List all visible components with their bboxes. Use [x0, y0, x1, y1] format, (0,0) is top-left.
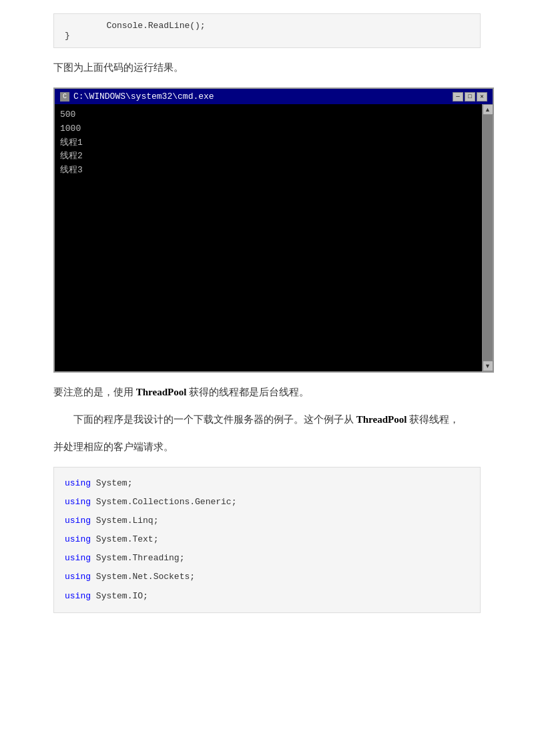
- namespace-1: System;: [96, 478, 133, 488]
- threadpool-highlight-2: ThreadPool: [356, 414, 407, 425]
- close-button[interactable]: ✕: [477, 92, 487, 102]
- bottom-space: [53, 624, 481, 664]
- cmd-output: 500 1000 线程1 线程2 线程3: [55, 104, 482, 371]
- scroll-track: [483, 115, 493, 361]
- namespace-2: System.Collections.Generic;: [96, 497, 237, 507]
- using-line-6: using System.Net.Sockets;: [54, 568, 480, 586]
- namespace-4: System.Text;: [96, 534, 159, 544]
- cmd-line-3: 线程1: [60, 136, 477, 150]
- keyword-4: using: [65, 534, 91, 544]
- cmd-controls: — □ ✕: [453, 92, 487, 102]
- cmd-titlebar: C C:\WINDOWS\system32\cmd.exe — □ ✕: [55, 89, 493, 104]
- scroll-down-button[interactable]: ▼: [483, 361, 493, 371]
- keyword-3: using: [65, 516, 91, 526]
- desc2-prefix: 要注意的是，使用: [53, 387, 136, 397]
- using-line-4: using System.Text;: [54, 530, 480, 549]
- cmd-titlebar-left: C C:\WINDOWS\system32\cmd.exe: [60, 91, 214, 102]
- keyword-1: using: [65, 478, 91, 488]
- minimize-button[interactable]: —: [453, 92, 463, 102]
- using-line-3: using System.Linq;: [54, 512, 480, 530]
- namespace-5: System.Threading;: [96, 553, 185, 563]
- code-line-2: }: [65, 31, 469, 41]
- desc-text-3b: 并处理相应的客户端请求。: [53, 438, 481, 456]
- keyword-6: using: [65, 572, 91, 582]
- cmd-line-1: 500: [60, 108, 477, 122]
- keyword-2: using: [65, 497, 91, 507]
- desc3-middle: 获得线程，: [409, 414, 459, 425]
- page-content: Console.ReadLine(); } 下图为上面代码的运行结果。 C C:…: [0, 13, 534, 664]
- using-code-block: using System; using System.Collections.G…: [53, 467, 481, 613]
- using-line-1: using System;: [54, 474, 480, 493]
- keyword-7: using: [65, 591, 91, 601]
- keyword-5: using: [65, 553, 91, 563]
- top-code-block: Console.ReadLine(); }: [53, 13, 481, 48]
- cmd-line-5: 线程3: [60, 164, 477, 178]
- using-line-2: using System.Collections.Generic;: [54, 493, 480, 512]
- using-line-5: using System.Threading;: [54, 549, 480, 568]
- cmd-line-2: 1000: [60, 122, 477, 136]
- cmd-line-4: 线程2: [60, 150, 477, 164]
- cmd-scrollbar[interactable]: ▲ ▼: [482, 104, 493, 371]
- cmd-window: C C:\WINDOWS\system32\cmd.exe — □ ✕ 500 …: [53, 87, 494, 373]
- cmd-title: C:\WINDOWS\system32\cmd.exe: [73, 91, 214, 102]
- namespace-3: System.Linq;: [96, 516, 159, 526]
- code-line-1: Console.ReadLine();: [65, 21, 469, 31]
- using-line-7: using System.IO;: [54, 587, 480, 606]
- scroll-up-button[interactable]: ▲: [483, 104, 493, 115]
- namespace-6: System.Net.Sockets;: [96, 572, 195, 582]
- desc3-end: 并处理相应的客户端请求。: [53, 441, 174, 452]
- desc-text-2: 要注意的是，使用 ThreadPool 获得的线程都是后台线程。: [53, 383, 481, 401]
- maximize-button[interactable]: □: [465, 92, 475, 102]
- namespace-7: System.IO;: [96, 591, 148, 601]
- cmd-icon: C: [60, 92, 69, 102]
- desc-text-3: 下面的程序是我设计的一个下载文件服务器的例子。这个例子从 ThreadPool …: [53, 411, 481, 429]
- desc3-prefix: 下面的程序是我设计的一个下载文件服务器的例子。这个例子从: [53, 414, 356, 425]
- desc-text-1: 下图为上面代码的运行结果。: [53, 59, 481, 77]
- threadpool-highlight-1: ThreadPool: [136, 387, 187, 397]
- cmd-body-wrapper: 500 1000 线程1 线程2 线程3 ▲ ▼: [55, 104, 493, 371]
- desc2-suffix: 获得的线程都是后台线程。: [189, 387, 309, 397]
